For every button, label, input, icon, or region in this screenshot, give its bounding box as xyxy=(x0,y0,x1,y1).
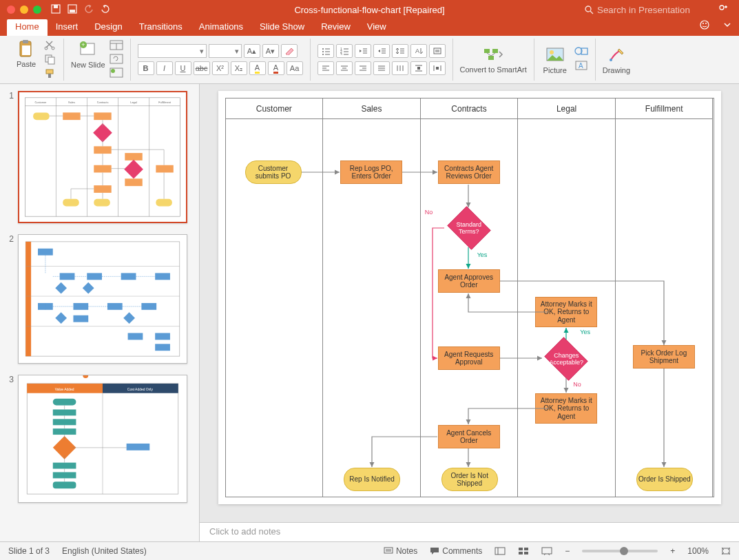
node-rep-notified[interactable]: Rep Is Notified xyxy=(344,468,400,491)
section-icon[interactable] xyxy=(110,68,123,79)
tab-home[interactable]: Home xyxy=(7,19,48,36)
share-icon[interactable] xyxy=(718,3,729,16)
strike-button[interactable]: abc xyxy=(194,61,210,75)
tab-insert[interactable]: Insert xyxy=(48,19,87,36)
node-not-shipped[interactable]: Order Is Not Shipped xyxy=(441,468,498,491)
undo-icon[interactable] xyxy=(84,4,94,15)
slideshow-view-button[interactable] xyxy=(541,547,552,555)
zoom-out-button[interactable]: − xyxy=(565,546,570,556)
node-attorney-ok2[interactable]: Attorney Marks it OK, Returns to Agent xyxy=(535,393,597,424)
svg-text:+: + xyxy=(81,41,85,48)
notes-pane[interactable]: Click to add notes xyxy=(200,522,739,541)
bullets-button[interactable] xyxy=(318,44,334,58)
align-center-button[interactable] xyxy=(336,61,353,75)
node-agent-cancels[interactable]: Agent Cancels Order xyxy=(438,425,500,448)
node-attorney-ok1[interactable]: Attorney Marks it OK, Returns to Agent xyxy=(535,297,597,327)
normal-view-button[interactable] xyxy=(495,547,506,555)
language-indicator[interactable]: English (United States) xyxy=(62,546,147,556)
collapse-ribbon-icon[interactable] xyxy=(722,20,732,31)
superscript-button[interactable]: X² xyxy=(212,61,229,75)
zoom-window-button[interactable] xyxy=(33,6,41,14)
distribute-v-button[interactable] xyxy=(410,61,427,75)
tab-animations[interactable]: Animations xyxy=(191,19,251,36)
minimize-window-button[interactable] xyxy=(20,6,28,14)
search-input[interactable] xyxy=(597,5,707,15)
decrease-indent-button[interactable] xyxy=(355,44,371,58)
drawing-button[interactable]: Drawing xyxy=(603,45,630,74)
decrease-font-button[interactable]: A▾ xyxy=(262,44,279,58)
zoom-level[interactable]: 100% xyxy=(687,546,709,556)
picture-button[interactable]: Picture xyxy=(541,45,569,74)
svg-rect-137 xyxy=(53,399,76,406)
node-standard-terms[interactable]: Standard Terms? xyxy=(445,209,493,247)
align-right-button[interactable] xyxy=(355,61,371,75)
tab-view[interactable]: View xyxy=(359,19,395,36)
italic-button[interactable]: I xyxy=(156,61,173,75)
redo-icon[interactable] xyxy=(101,4,110,15)
status-bar: Slide 1 of 3 English (United States) Not… xyxy=(0,541,739,560)
comments-toggle[interactable]: Comments xyxy=(430,546,482,556)
tab-review[interactable]: Review xyxy=(313,19,359,36)
fit-window-button[interactable] xyxy=(721,547,731,555)
underline-button[interactable]: U xyxy=(175,61,191,75)
textbox-icon[interactable]: A xyxy=(574,60,588,72)
autosave-icon[interactable] xyxy=(51,4,61,15)
clear-format-button[interactable] xyxy=(281,44,298,58)
text-direction-button[interactable]: A xyxy=(410,44,427,58)
svg-rect-100 xyxy=(125,153,142,160)
slide-thumbnail-1[interactable]: CustomerSalesContractsLegalFulfillment xyxy=(18,91,187,223)
align-text-button[interactable] xyxy=(429,44,446,58)
font-color-button[interactable]: A xyxy=(268,61,284,75)
thumb-number: 2 xyxy=(4,234,14,364)
node-pick-order[interactable]: Pick Order Log Shipment xyxy=(633,345,695,369)
font-family-select[interactable]: ▾ xyxy=(138,44,207,58)
tab-slideshow[interactable]: Slide Show xyxy=(251,19,313,36)
save-icon[interactable] xyxy=(67,4,77,15)
copy-icon[interactable] xyxy=(44,54,56,66)
sorter-view-button[interactable] xyxy=(518,547,529,555)
notes-toggle[interactable]: Notes xyxy=(384,546,417,556)
shapes-icon[interactable] xyxy=(574,45,588,58)
svg-point-32 xyxy=(322,54,324,55)
reset-icon[interactable] xyxy=(110,54,123,65)
tab-design[interactable]: Design xyxy=(86,19,130,36)
node-shipped[interactable]: Order Is Shipped xyxy=(636,468,693,491)
node-customer-submits[interactable]: Customer submits PO xyxy=(245,160,302,184)
line-spacing-button[interactable] xyxy=(392,44,408,58)
zoom-slider[interactable] xyxy=(582,550,658,552)
cut-icon[interactable] xyxy=(44,39,56,52)
align-left-button[interactable] xyxy=(318,61,334,75)
svg-rect-96 xyxy=(63,112,80,120)
smartart-group: Convert to SmartArt xyxy=(453,39,534,81)
bold-button[interactable]: B xyxy=(138,61,154,75)
node-agent-requests[interactable]: Agent Requests Approval xyxy=(438,346,500,370)
change-case-button[interactable]: Aa xyxy=(287,61,303,75)
columns-button[interactable] xyxy=(392,61,408,75)
font-size-select[interactable]: ▾ xyxy=(209,44,242,58)
paste-button[interactable]: Paste xyxy=(12,39,40,68)
distribute-h-button[interactable] xyxy=(429,61,446,75)
node-changes-acceptable[interactable]: Changes Acceptable? xyxy=(542,340,590,378)
numbering-button[interactable]: 123 xyxy=(336,44,353,58)
lane-customer: Customer submits PO xyxy=(226,119,323,497)
tab-transitions[interactable]: Transitions xyxy=(131,19,191,36)
increase-indent-button[interactable] xyxy=(373,44,390,58)
close-window-button[interactable] xyxy=(7,6,15,14)
node-contracts-reviews[interactable]: Contracts Agent Reviews Order xyxy=(438,160,500,184)
format-painter-icon[interactable] xyxy=(44,68,56,81)
slide-thumbnail-3[interactable]: Value AddedCost Added Only xyxy=(18,375,187,503)
node-agent-approves[interactable]: Agent Approves Order xyxy=(438,269,500,293)
zoom-in-button[interactable]: + xyxy=(670,546,675,556)
emoji-icon[interactable] xyxy=(699,19,710,32)
subscript-button[interactable]: X₂ xyxy=(231,61,247,75)
new-slide-button[interactable]: + New Slide xyxy=(71,40,105,69)
increase-font-button[interactable]: A▴ xyxy=(244,44,260,58)
highlight-button[interactable]: A xyxy=(249,61,266,75)
justify-button[interactable] xyxy=(373,61,390,75)
layout-icon[interactable] xyxy=(110,40,123,52)
label-yes: Yes xyxy=(477,251,488,258)
node-rep-logs[interactable]: Rep Logs PO, Enters Order xyxy=(340,160,402,184)
convert-smartart-button[interactable]: Convert to SmartArt xyxy=(460,45,527,74)
slide-thumbnail-2[interactable] xyxy=(18,234,187,364)
slide[interactable]: Customer Customer submits PO Sales Rep L… xyxy=(218,91,721,504)
